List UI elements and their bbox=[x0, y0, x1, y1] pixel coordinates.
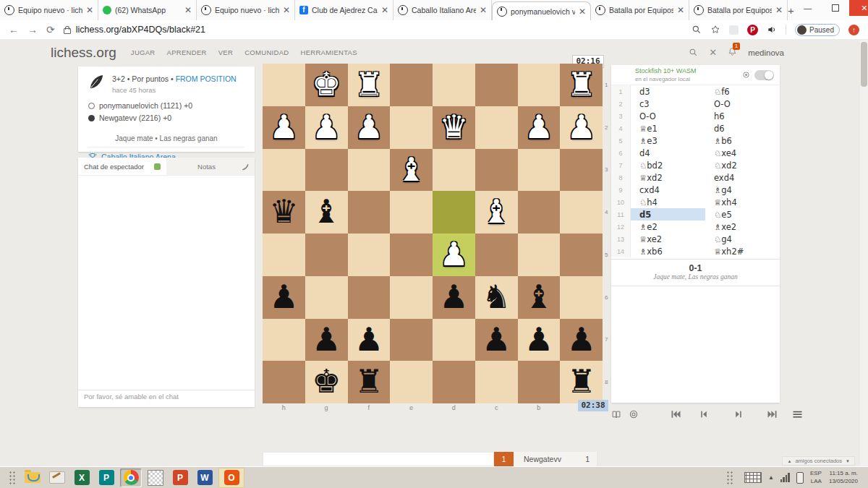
white-king[interactable]: ♚ bbox=[305, 64, 348, 106]
square-h8[interactable] bbox=[263, 361, 305, 403]
lichess-logo[interactable]: lichess.org bbox=[51, 45, 116, 61]
white-rook[interactable]: ♜ bbox=[560, 64, 603, 106]
black-rook[interactable]: ♜ bbox=[560, 361, 603, 403]
square-f5[interactable] bbox=[348, 234, 391, 276]
move-white[interactable]: ♗xb6 bbox=[631, 245, 705, 257]
square-d1[interactable] bbox=[433, 64, 475, 106]
browser-tab[interactable]: Caballo Italiano Are✕ bbox=[393, 0, 492, 20]
taskbar-app-chrome[interactable] bbox=[120, 468, 142, 487]
square-e6[interactable] bbox=[390, 276, 433, 319]
chat-input[interactable]: Por favor, sé amable en el chat bbox=[78, 390, 255, 407]
white-pawn[interactable]: ♟ bbox=[348, 106, 391, 149]
square-f8[interactable]: ♜ bbox=[348, 361, 391, 403]
minimize-button[interactable]: — bbox=[794, 0, 822, 16]
nav-item-herramientas[interactable]: HERRAMIENTAS bbox=[300, 48, 357, 56]
profile-paused-pill[interactable]: Paused bbox=[795, 24, 840, 36]
move-black[interactable]: ♕xh4 bbox=[705, 196, 780, 208]
keyboard-icon[interactable] bbox=[744, 472, 762, 483]
nav-item-ver[interactable]: VER bbox=[218, 48, 233, 56]
move-white[interactable]: cxd4 bbox=[631, 184, 705, 196]
square-a5[interactable] bbox=[560, 234, 603, 276]
square-a1[interactable]: ♜ bbox=[560, 64, 603, 106]
close-icon[interactable]: ✕ bbox=[709, 47, 717, 58]
square-e4[interactable] bbox=[390, 191, 433, 234]
username[interactable]: medinova bbox=[748, 48, 784, 57]
chat-messages[interactable] bbox=[78, 176, 255, 390]
move-white[interactable]: O-O bbox=[631, 110, 705, 122]
square-h4[interactable]: ♛ bbox=[263, 191, 305, 234]
first-move-button[interactable] bbox=[671, 410, 681, 419]
square-e5[interactable] bbox=[390, 234, 433, 276]
move-black[interactable]: ♕xh2# bbox=[705, 245, 780, 257]
extension-icon[interactable] bbox=[729, 25, 739, 35]
square-b3[interactable] bbox=[518, 149, 561, 192]
from-position-link[interactable]: FROM POSITION bbox=[176, 74, 237, 83]
square-f2[interactable]: ♟ bbox=[348, 106, 391, 149]
black-player-row[interactable]: Newgatevv (2216) +0 bbox=[88, 112, 244, 124]
tab-close-icon[interactable]: ✕ bbox=[184, 5, 192, 15]
next-move-button[interactable] bbox=[734, 410, 744, 419]
black-queen[interactable]: ♛ bbox=[263, 191, 305, 234]
nav-item-jugar[interactable]: JUGAR bbox=[131, 48, 156, 56]
taskbar-grip[interactable] bbox=[9, 471, 16, 485]
move-white[interactable]: d3 bbox=[631, 85, 705, 98]
nav-item-comunidad[interactable]: COMUNIDAD bbox=[244, 48, 289, 56]
white-pawn[interactable]: ♟ bbox=[560, 106, 603, 149]
white-bishop[interactable]: ♝ bbox=[390, 149, 433, 192]
hidden-icons-arrow[interactable]: ▲ bbox=[768, 474, 774, 481]
browser-tab[interactable]: ponymanuelovich v✕ bbox=[492, 1, 591, 20]
engine-toggle[interactable] bbox=[754, 70, 774, 80]
white-pawn[interactable]: ♟ bbox=[305, 106, 348, 149]
pinterest-icon[interactable]: P bbox=[747, 25, 758, 35]
tray-text[interactable]: ESPLAA 11:15 a. m.13/05/2020 bbox=[810, 470, 858, 486]
taskbar-app-checker[interactable] bbox=[145, 468, 166, 487]
square-b4[interactable] bbox=[518, 191, 561, 234]
close-button[interactable]: ✕ bbox=[849, 0, 868, 16]
network-icon[interactable] bbox=[780, 473, 790, 482]
square-g2[interactable]: ♟ bbox=[305, 106, 348, 149]
scrollbar-thumb[interactable] bbox=[861, 42, 867, 87]
white-pawn[interactable]: ♟ bbox=[433, 234, 475, 276]
black-pawn[interactable]: ♟ bbox=[560, 319, 603, 361]
square-e1[interactable] bbox=[390, 64, 433, 106]
square-d2[interactable]: ♛ bbox=[433, 106, 475, 149]
zoom-icon[interactable] bbox=[692, 25, 702, 35]
square-a2[interactable]: ♟ bbox=[560, 106, 603, 149]
black-pawn[interactable]: ♟ bbox=[433, 276, 475, 319]
page-scrollbar[interactable] bbox=[860, 40, 868, 466]
square-h7[interactable] bbox=[263, 319, 305, 361]
square-d6[interactable]: ♟ bbox=[433, 276, 475, 319]
taskbar-app-excel[interactable]: X bbox=[71, 468, 93, 487]
square-b1[interactable] bbox=[518, 64, 561, 106]
square-c2[interactable] bbox=[475, 106, 518, 149]
black-pawn[interactable]: ♟ bbox=[475, 319, 518, 361]
square-g4[interactable]: ♝ bbox=[305, 191, 348, 234]
square-b5[interactable] bbox=[518, 234, 561, 276]
square-e2[interactable] bbox=[390, 106, 433, 149]
tab-close-icon[interactable]: ✕ bbox=[677, 5, 684, 15]
square-c6[interactable]: ♞ bbox=[475, 276, 518, 319]
move-black[interactable]: ♗b6 bbox=[705, 134, 780, 147]
square-h5[interactable] bbox=[263, 234, 305, 276]
move-black[interactable]: ♘xd2 bbox=[705, 159, 780, 171]
square-f7[interactable]: ♟ bbox=[348, 319, 391, 361]
square-c3[interactable] bbox=[475, 149, 518, 192]
square-b2[interactable]: ♟ bbox=[518, 106, 561, 149]
white-player-row[interactable]: ponymanuelovich (1121) +0 bbox=[88, 100, 244, 112]
move-white[interactable]: ♗e3 bbox=[631, 134, 705, 147]
move-white[interactable]: ♘h4 bbox=[631, 196, 705, 208]
chess-board[interactable]: ♚♜♜♟♟♟♛♟♟♝♛♝♝♟♟♟♞♝♟♟♟♟♟♚♜♜ bbox=[263, 64, 603, 403]
square-d4[interactable] bbox=[433, 191, 475, 234]
move-black[interactable]: exd4 bbox=[705, 171, 780, 184]
move-black[interactable]: O-O bbox=[705, 98, 780, 110]
tab-close-icon[interactable]: ✕ bbox=[579, 7, 586, 17]
white-rook[interactable]: ♜ bbox=[348, 64, 391, 106]
square-a4[interactable] bbox=[560, 191, 603, 234]
move-black[interactable]: ♗g4 bbox=[705, 184, 780, 196]
black-bishop[interactable]: ♝ bbox=[305, 191, 348, 234]
tab-close-icon[interactable]: ✕ bbox=[775, 5, 783, 15]
move-white[interactable]: ♕e1 bbox=[631, 122, 705, 134]
tab-close-icon[interactable]: ✕ bbox=[283, 5, 290, 15]
square-h6[interactable]: ♟ bbox=[263, 276, 305, 319]
forward-icon[interactable]: → bbox=[27, 24, 38, 35]
